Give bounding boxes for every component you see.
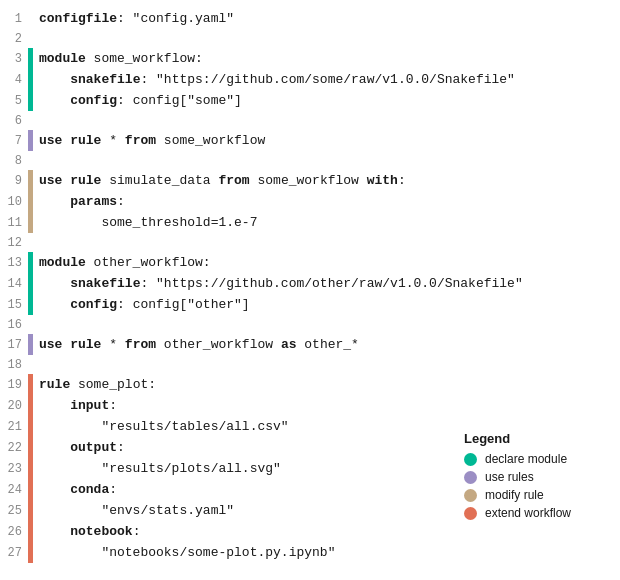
line-bar <box>28 315 33 334</box>
keyword: rule <box>39 377 70 392</box>
legend-dot <box>464 453 477 466</box>
code-line: 12 <box>0 233 620 252</box>
line-bar <box>28 90 33 111</box>
keyword: output <box>70 440 117 455</box>
line-number: 4 <box>0 69 28 90</box>
legend-label: extend workflow <box>485 506 571 520</box>
line-number: 13 <box>0 252 28 273</box>
line-text: snakefile: "https://github.com/some/raw/… <box>37 69 620 90</box>
line-bar <box>28 500 33 521</box>
line-number: 9 <box>0 170 28 191</box>
line-number: 27 <box>0 542 28 563</box>
code-line: 14 snakefile: "https://github.com/other/… <box>0 273 620 294</box>
line-text <box>37 355 620 374</box>
keyword: use rule <box>39 173 101 188</box>
line-number: 22 <box>0 437 28 458</box>
code-line: 3module some_workflow: <box>0 48 620 69</box>
legend-item: extend workflow <box>464 506 600 520</box>
keyword: module <box>39 255 86 270</box>
legend-title: Legend <box>464 431 600 446</box>
line-bar <box>28 130 33 151</box>
code-line: 16 <box>0 315 620 334</box>
line-number: 7 <box>0 130 28 151</box>
code-line: 17use rule * from other_workflow as othe… <box>0 334 620 355</box>
line-bar <box>28 252 33 273</box>
line-bar <box>28 294 33 315</box>
code-line: 13module other_workflow: <box>0 252 620 273</box>
line-text: module other_workflow: <box>37 252 620 273</box>
line-number: 5 <box>0 90 28 111</box>
main-container: 1configfile: "config.yaml"23module some_… <box>0 0 620 580</box>
code-line: 15 config: config["other"] <box>0 294 620 315</box>
line-number: 17 <box>0 334 28 355</box>
line-number: 12 <box>0 233 28 252</box>
code-editor: 1configfile: "config.yaml"23module some_… <box>0 8 620 572</box>
line-text: use rule simulate_data from some_workflo… <box>37 170 620 191</box>
line-bar <box>28 151 33 170</box>
line-number: 15 <box>0 294 28 315</box>
line-bar <box>28 8 33 29</box>
line-text <box>37 111 620 130</box>
keyword: notebook <box>70 524 132 539</box>
keyword: snakefile <box>70 276 140 291</box>
line-bar <box>28 355 33 374</box>
keyword: configfile <box>39 11 117 26</box>
code-line: 18 <box>0 355 620 374</box>
line-number: 18 <box>0 355 28 374</box>
keyword: use rule <box>39 337 101 352</box>
code-line: 8 <box>0 151 620 170</box>
code-line: 6 <box>0 111 620 130</box>
code-line: 4 snakefile: "https://github.com/some/ra… <box>0 69 620 90</box>
line-bar <box>28 521 33 542</box>
line-bar <box>28 374 33 395</box>
line-text: use rule * from other_workflow as other_… <box>37 334 620 355</box>
line-number: 6 <box>0 111 28 130</box>
line-number: 14 <box>0 273 28 294</box>
legend-item: use rules <box>464 470 600 484</box>
keyword: from <box>125 337 156 352</box>
keyword: params <box>70 194 117 209</box>
line-number: 3 <box>0 48 28 69</box>
line-text: some_threshold=1.e-7 <box>37 212 620 233</box>
line-bar <box>28 542 33 563</box>
keyword: from <box>125 133 156 148</box>
legend-label: use rules <box>485 470 534 484</box>
line-text: input: <box>37 395 620 416</box>
line-number: 19 <box>0 374 28 395</box>
code-line: 2 <box>0 29 620 48</box>
legend-dot <box>464 507 477 520</box>
line-bar <box>28 233 33 252</box>
code-line: 10 params: <box>0 191 620 212</box>
line-text <box>37 151 620 170</box>
line-number: 2 <box>0 29 28 48</box>
legend-item: modify rule <box>464 488 600 502</box>
line-text <box>37 29 620 48</box>
keyword: snakefile <box>70 72 140 87</box>
line-text: config: config["some"] <box>37 90 620 111</box>
code-line: 20 input: <box>0 395 620 416</box>
line-text: snakefile: "https://github.com/other/raw… <box>37 273 620 294</box>
line-bar <box>28 334 33 355</box>
line-bar <box>28 191 33 212</box>
line-bar <box>28 170 33 191</box>
line-number: 16 <box>0 315 28 334</box>
line-bar <box>28 458 33 479</box>
code-line: 1configfile: "config.yaml" <box>0 8 620 29</box>
line-text: use rule * from some_workflow <box>37 130 620 151</box>
code-line: 7use rule * from some_workflow <box>0 130 620 151</box>
code-line: 9use rule simulate_data from some_workfl… <box>0 170 620 191</box>
line-number: 23 <box>0 458 28 479</box>
keyword: module <box>39 51 86 66</box>
keyword: use rule <box>39 133 101 148</box>
keyword: config <box>70 93 117 108</box>
legend-label: modify rule <box>485 488 544 502</box>
keyword: config <box>70 297 117 312</box>
legend-label: declare module <box>485 452 567 466</box>
line-text <box>37 315 620 334</box>
line-text <box>37 233 620 252</box>
line-number: 8 <box>0 151 28 170</box>
legend-box: Legenddeclare moduleuse rulesmodify rule… <box>452 423 612 532</box>
line-bar <box>28 69 33 90</box>
legend-dot <box>464 471 477 484</box>
line-text: module some_workflow: <box>37 48 620 69</box>
